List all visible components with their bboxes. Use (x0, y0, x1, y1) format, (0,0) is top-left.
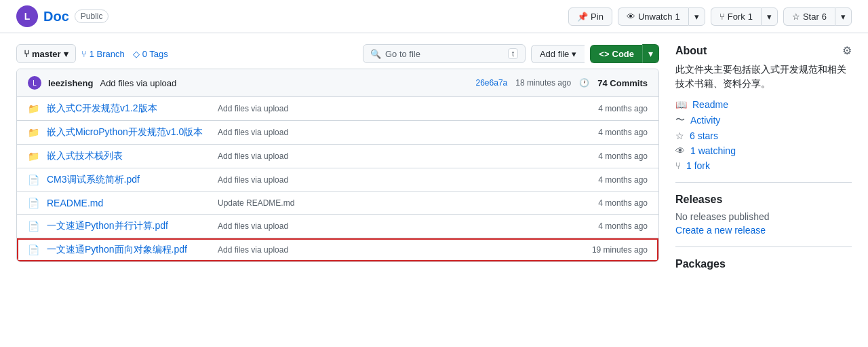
unwatch-label: Unwatch (638, 12, 673, 22)
commit-avatar: L (28, 76, 41, 90)
branch-name: master (32, 49, 61, 59)
code-dropdown[interactable]: ▾ (642, 44, 659, 63)
search-shortcut: t (508, 48, 518, 59)
goto-file-search[interactable]: 🔍 Go to file t (363, 44, 526, 63)
commits-link[interactable]: 74 Commits (597, 78, 648, 88)
table-row: 📄一文速通Python面向对象编程.pdfAdd files via uploa… (17, 238, 658, 261)
commit-author[interactable]: leezisheng (48, 78, 93, 88)
file-age: 4 months ago (598, 198, 648, 208)
fork-count: 1 (748, 12, 753, 22)
readme-link[interactable]: 📖 Readme (675, 99, 852, 110)
add-file-label: Add file (540, 49, 569, 59)
file-name[interactable]: 嵌入式技术栈列表 (47, 150, 210, 162)
file-icon: 📄 (28, 198, 39, 208)
star-dropdown[interactable]: ▾ (835, 7, 852, 26)
unwatch-count: 1 (675, 12, 679, 22)
file-name[interactable]: 嵌入式C开发规范v1.2版本 (47, 103, 210, 115)
folder-icon: 📁 (28, 103, 39, 114)
unwatch-button[interactable]: 👁 Unwatch 1 (618, 7, 688, 26)
tag-count-link[interactable]: ◇ 0 Tags (133, 49, 168, 59)
fork-group: ⑂ Fork 1 ▾ (711, 7, 778, 26)
star-icon: ☆ (792, 12, 800, 22)
releases-title: Releases (675, 194, 852, 206)
activity-label: Activity (690, 115, 720, 126)
chevron-down-icon: ▾ (572, 49, 576, 59)
code-icon: <> (599, 49, 609, 59)
table-row: 📁嵌入式技术栈列表Add files via upload4 months ag… (17, 145, 658, 168)
watching-link[interactable]: 👁 1 watching (675, 145, 852, 156)
chevron-down-icon: ▾ (64, 49, 68, 59)
commit-meta: 26e6a7a 18 minutes ago 🕐 74 Commits (476, 78, 648, 88)
file-commit-message: Add files via upload (218, 175, 590, 185)
add-file-group: Add file ▾ (531, 45, 585, 63)
folder-icon: 📁 (28, 127, 39, 138)
branch-meta: ⑂ 1 Branch ◇ 0 Tags (81, 49, 168, 59)
unwatch-dropdown[interactable]: ▾ (688, 7, 705, 26)
activity-link[interactable]: 〜 Activity (675, 114, 852, 126)
pin-icon: 📌 (577, 12, 588, 22)
search-icon: 🔍 (370, 49, 381, 59)
about-links: 📖 Readme 〜 Activity ☆ 6 stars 👁 1 watchi… (675, 99, 852, 171)
branch-count: 1 Branch (90, 49, 125, 59)
tag-count: 0 Tags (142, 49, 168, 59)
star-count: 6 (822, 12, 827, 22)
fork-label: Fork (728, 12, 745, 22)
table-row: 📁嵌入式MicroPython开发规范v1.0版本Add files via u… (17, 121, 658, 145)
star-icon: ☆ (675, 130, 684, 141)
clock-icon: 🕐 (579, 78, 589, 88)
packages-title: Packages (675, 258, 852, 270)
branch-count-link[interactable]: ⑂ 1 Branch (81, 49, 125, 59)
commit-message: Add files via upload (100, 78, 176, 88)
file-name[interactable]: README.md (47, 198, 210, 208)
about-header: About ⚙ (675, 44, 852, 57)
unwatch-group: 👁 Unwatch 1 ▾ (618, 7, 705, 26)
gear-icon[interactable]: ⚙ (842, 44, 852, 57)
releases-none: No releases published (675, 211, 852, 222)
file-commit-message: Add files via upload (218, 245, 584, 255)
file-age: 4 months ago (598, 151, 648, 161)
folder-icon: 📁 (28, 151, 39, 162)
search-placeholder-text: Go to file (385, 49, 420, 59)
forks-label: 1 fork (686, 160, 710, 171)
table-row: 📄一文速通Python并行计算.pdfAdd files via upload4… (17, 215, 658, 238)
file-commit-message: Add files via upload (218, 221, 590, 231)
commit-row: L leezisheng Add files via upload 26e6a7… (17, 69, 658, 97)
file-icon: 📄 (28, 175, 39, 185)
branch-icon: ⑂ (24, 48, 29, 59)
star-group: ☆ Star 6 ▾ (783, 7, 852, 26)
activity-icon: 〜 (675, 114, 685, 126)
star-button[interactable]: ☆ Star 6 (783, 7, 835, 26)
about-section: About ⚙ 此文件夹主要包括嵌入式开发规范和相关技术书籍、资料分享。 📖 R… (675, 44, 852, 183)
add-file-button[interactable]: Add file ▾ (531, 45, 585, 63)
file-table: L leezisheng Add files via upload 26e6a7… (16, 69, 659, 262)
file-name[interactable]: 一文速通Python面向对象编程.pdf (47, 244, 210, 256)
commit-hash[interactable]: 26e6a7a (476, 78, 508, 88)
code-button[interactable]: <> Code (590, 45, 642, 63)
about-description: 此文件夹主要包括嵌入式开发规范和相关技术书籍、资料分享。 (675, 62, 852, 91)
packages-section: Packages (675, 258, 852, 270)
releases-create-link[interactable]: Create a new release (675, 225, 852, 236)
fork-button[interactable]: ⑂ Fork 1 (711, 7, 761, 26)
fork-icon: ⑂ (719, 12, 725, 22)
stars-link[interactable]: ☆ 6 stars (675, 130, 852, 141)
file-age: 4 months ago (598, 104, 648, 113)
table-row: 📁嵌入式C开发规范v1.2版本Add files via upload4 mon… (17, 97, 658, 121)
branch-fork-icon: ⑂ (81, 49, 87, 59)
tag-icon: ◇ (133, 49, 140, 59)
file-name[interactable]: 嵌入式MicroPython开发规范v1.0版本 (47, 126, 210, 139)
eye-icon: 👁 (675, 145, 685, 156)
public-badge: Public (75, 10, 109, 23)
forks-link[interactable]: ⑂ 1 fork (675, 160, 852, 171)
file-name[interactable]: CM3调试系统简析.pdf (47, 174, 210, 186)
repo-name[interactable]: Doc (43, 9, 69, 24)
fork-dropdown[interactable]: ▾ (761, 7, 778, 26)
file-commit-message: Add files via upload (218, 128, 590, 137)
about-title: About (675, 45, 707, 57)
user-avatar: L (16, 5, 38, 27)
stars-label: 6 stars (690, 130, 718, 141)
book-icon: 📖 (675, 99, 687, 110)
pin-button[interactable]: 📌 Pin (568, 7, 612, 26)
file-age: 4 months ago (598, 175, 648, 185)
file-name[interactable]: 一文速通Python并行计算.pdf (47, 220, 210, 232)
branch-selector[interactable]: ⑂ master ▾ (16, 44, 76, 63)
